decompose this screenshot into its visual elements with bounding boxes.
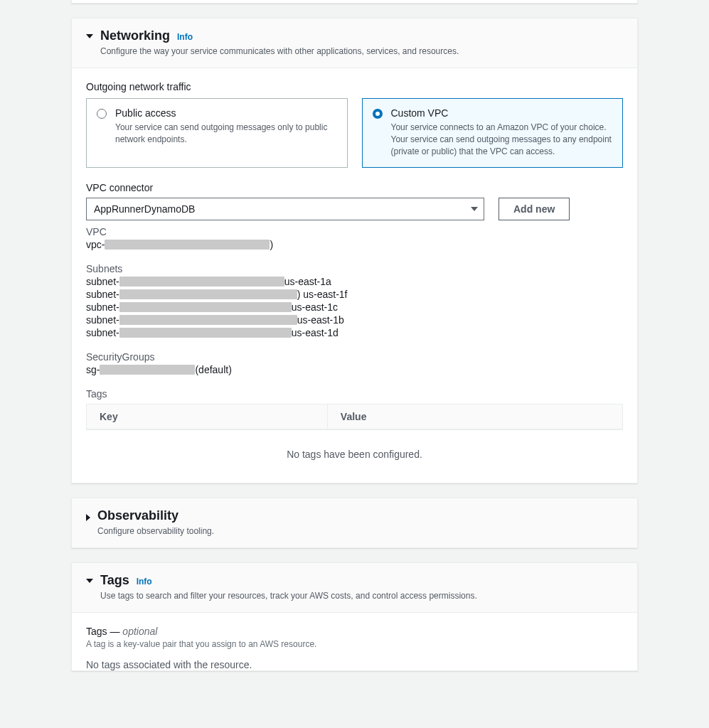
vpc-connector-select[interactable]: AppRunnerDynamoDB [86, 198, 484, 220]
subnet-row: subnet- us-east-1b [86, 314, 623, 326]
subnet-row: subnet-) us-east-1f [86, 289, 623, 300]
redacted-value [119, 328, 292, 338]
redacted-value [105, 240, 270, 250]
previous-panel-stub [71, 0, 638, 4]
tags-sub-label: Tags [86, 388, 623, 400]
observability-header: Observability Configure observability to… [72, 498, 637, 547]
observability-desc: Configure observability tooling. [97, 526, 623, 536]
vpc-connector-field-label: VPC connector [86, 182, 623, 193]
redacted-value [100, 365, 195, 375]
radio-custom-desc: Your service connects to an Amazon VPC o… [391, 122, 613, 157]
radio-icon [97, 109, 107, 119]
chevron-down-icon [471, 207, 478, 211]
subnet-row: subnet- us-east-1c [86, 301, 623, 313]
networking-title: Networking [100, 28, 170, 43]
tags-empty-msg: No tags have been configured. [86, 430, 623, 467]
networking-desc: Configure the way your service communica… [100, 46, 623, 56]
redacted-value [119, 302, 292, 312]
no-tags-msg: No tags associated with the resource. [86, 659, 623, 670]
vpc-label: VPC [86, 226, 623, 237]
observability-title: Observability [97, 508, 178, 523]
tags-panel: Tags Info Use tags to search and filter … [71, 562, 638, 671]
subnet-row: subnet- us-east-1a [86, 276, 623, 287]
vpc-connector-value: AppRunnerDynamoDB [94, 203, 195, 215]
networking-header: Networking Info Configure the way your s… [72, 18, 637, 68]
caret-down-icon[interactable] [86, 579, 93, 583]
radio-custom-vpc[interactable]: Custom VPC Your service connects to an A… [362, 98, 624, 168]
tags-title: Tags [100, 573, 129, 588]
caret-down-icon[interactable] [86, 34, 93, 38]
tags-optional-label: Tags — optional [86, 626, 623, 637]
radio-public-title: Public access [115, 107, 337, 119]
tags-hint: A tag is a key-value pair that you assig… [86, 639, 623, 649]
networking-body: Outgoing network traffic Public access Y… [72, 68, 637, 483]
tags-header: Tags Info Use tags to search and filter … [72, 563, 637, 613]
caret-right-icon[interactable] [86, 514, 90, 521]
security-group-value: sg- (default) [86, 364, 623, 375]
subnets-label: Subnets [86, 263, 623, 274]
networking-info-link[interactable]: Info [177, 32, 193, 42]
radio-icon [373, 109, 383, 119]
tags-table: Key Value [86, 404, 623, 430]
add-new-button[interactable]: Add new [499, 198, 570, 220]
tags-body: Tags — optional A tag is a key-value pai… [72, 613, 637, 670]
networking-panel: Networking Info Configure the way your s… [71, 18, 638, 483]
tags-col-key: Key [87, 405, 328, 429]
redacted-value [119, 289, 297, 299]
redacted-value [119, 277, 284, 287]
radio-custom-title: Custom VPC [391, 107, 613, 119]
security-groups-label: SecurityGroups [86, 351, 623, 363]
radio-public-desc: Your service can send outgoing messages … [115, 122, 337, 146]
redacted-value [119, 315, 297, 325]
observability-panel: Observability Configure observability to… [71, 498, 638, 548]
radio-public-access[interactable]: Public access Your service can send outg… [86, 98, 348, 168]
tags-desc: Use tags to search and filter your resou… [100, 591, 623, 601]
subnet-row: subnet- us-east-1d [86, 327, 623, 338]
vpc-value: vpc- ) [86, 239, 623, 250]
tags-info-link[interactable]: Info [137, 577, 152, 587]
outgoing-label: Outgoing network traffic [86, 81, 623, 92]
tags-col-value: Value [328, 405, 380, 429]
